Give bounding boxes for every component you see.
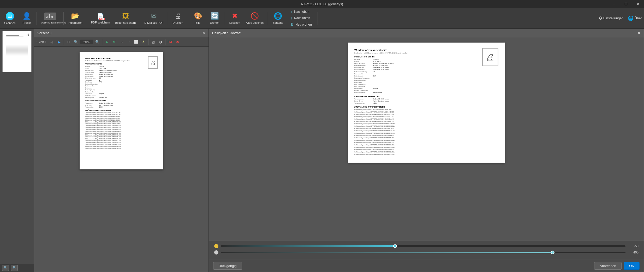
zoom-in-status-button[interactable]: 🔍: [11, 265, 18, 271]
status-bar: 🔍 🔍: [0, 264, 34, 272]
toolbar-deleteall[interactable]: 🚫 Alles Löschen: [244, 9, 266, 27]
dll-line: C:\Windows\system32\spool\DRIVERS\x64\3\…: [85, 123, 158, 125]
preview-content[interactable]: 🖨 Windows-Druckertestseite Der Brother H…: [34, 47, 208, 272]
hk-dll-list: C:\Windows\system32\spool\DRIVERS\x64\3\…: [354, 109, 498, 156]
contrast-slider-row: 400: [214, 250, 639, 255]
rotate-cw-button[interactable]: ↻: [104, 39, 110, 45]
hk-dll-line: C:\Windows\system32\spool\DRIVERS\x64\3\…: [354, 137, 498, 139]
hk-close-button[interactable]: ✕: [637, 31, 641, 36]
field-label: Computername:: [85, 72, 99, 73]
hk-driver-field-row: Treiberversion:1.8.0.0: [354, 102, 498, 104]
pdf-prev-button[interactable]: PDF: [167, 39, 173, 45]
field-label: Driver Type:: [354, 100, 373, 102]
flip-v-button[interactable]: ↕: [126, 39, 132, 45]
field-label: Datenformat:: [354, 75, 373, 77]
zoom-fit-button[interactable]: ⊡: [65, 39, 72, 45]
bw-button[interactable]: ▧: [150, 39, 156, 45]
field-label: Kommentar:: [354, 88, 373, 89]
cancel-button[interactable]: Abbrechen: [594, 262, 622, 270]
toolbar-ocr[interactable]: abc Optische Texterkennung: [39, 9, 61, 27]
ocr-label: Optische Texterkennung: [41, 21, 59, 24]
hk-printer-icon: 🖨: [482, 48, 498, 66]
nach-oben-item[interactable]: ↑ Nach oben: [289, 9, 313, 15]
nach-unten-icon: ↓: [290, 16, 293, 20]
zoom-out-button[interactable]: 🔍: [73, 39, 79, 45]
hk-dll-line: C:\Windows\system32\spool\DRIVERS\x64\3\…: [354, 134, 498, 137]
ok-button[interactable]: OK: [624, 262, 640, 270]
hk-field-row: gerendert:35.39.52: [354, 58, 498, 60]
hk-field-row: Dateiname:: [354, 81, 498, 83]
hk-content: 🖨 Windows-Druckertestseite Der Brother H…: [209, 37, 644, 241]
toolbar-delete[interactable]: ✖ Löschen: [227, 9, 243, 27]
toolbar-scan[interactable]: Scannen: [2, 9, 18, 27]
hk-driver-field-row: Driver Type:Typ 3 - Benutzermodus: [354, 100, 498, 102]
field-value: Brother HL-2130 series: [373, 98, 389, 100]
preview-doc-title: Windows-Druckertestseite: [85, 57, 158, 60]
ocr-icon: abc: [44, 13, 56, 20]
contrast-thumb[interactable]: [551, 251, 554, 254]
toolbar-import[interactable]: 📂 Importieren: [66, 9, 85, 27]
neu-ordnen-item[interactable]: ⇅ Neu ordnen: [289, 21, 313, 27]
zoom-in-button[interactable]: 🔍: [94, 39, 100, 45]
toolbar-profile[interactable]: 👤 Profile: [19, 9, 34, 27]
toolbar-image[interactable]: 🎨 Bild: [190, 9, 206, 27]
settings-icon: ⚙: [599, 16, 602, 21]
field-value: DESKTOP-FRADNM5\Theodor: [373, 63, 395, 64]
toolbar-images-save[interactable]: 🖼 Bilder speichern: [113, 9, 138, 27]
preview-close-button[interactable]: ✕: [202, 31, 205, 36]
brightness-button[interactable]: ☀: [140, 39, 147, 45]
field-value: 1: [99, 79, 100, 81]
dll-line: C:\Windows\system32\spool\DRIVERS\x64\3\…: [85, 145, 158, 147]
deleteall-icon: 🚫: [251, 12, 259, 20]
contrast-value: 400: [628, 251, 639, 254]
field-label: Druckerstandort:: [354, 86, 373, 87]
next-page-button[interactable]: ▶: [56, 39, 62, 45]
preview-header: Vorschau ✕: [34, 29, 208, 37]
toolbar-lang[interactable]: 🌐 Sprache: [270, 9, 286, 27]
thumbnail-item[interactable]: 🖨: [2, 31, 32, 72]
field-label: Treiberversion:: [85, 106, 99, 108]
dll-line: C:\Windows\system32\spool\DRIVERS\x64\3\…: [85, 134, 158, 136]
field-value: DESKTOP-FRADNM5: [373, 65, 388, 66]
dll-line: C:\Windows\system32\spool\DRIVERS\x64\3\…: [85, 132, 158, 134]
import-icon: 📂: [71, 12, 79, 20]
preview-driver-fields: Treibername:Brother HL-2130 seriesDriver…: [85, 102, 158, 108]
field-value: 35.39.52: [373, 58, 379, 60]
window-close-button[interactable]: ✕: [632, 0, 644, 8]
settings-item[interactable]: ⚙ Einstellungen: [599, 16, 624, 21]
brightness-thumb[interactable]: [393, 244, 397, 248]
toolbar-pdf-save[interactable]: 📄 PDF PDF speichern: [89, 9, 112, 27]
hk-dll-line: C:\Windows\system32\spool\DRIVERS\x64\3\…: [354, 139, 498, 141]
field-label: Computername:: [354, 65, 373, 66]
invert-button[interactable]: ◑: [157, 39, 164, 45]
preview-field-row: Ort der Stewardess:: [85, 95, 158, 97]
minimize-button[interactable]: –: [608, 0, 620, 8]
field-label: Druckerstandort:: [85, 91, 99, 93]
hk-field-row: Benutzername:DESKTOP-FRADNM5\Theodor: [354, 63, 498, 64]
field-label: Druckerstandort:: [354, 79, 373, 81]
flip-h-button[interactable]: ↔: [118, 39, 125, 45]
field-label: Druckumgebung:: [85, 89, 99, 91]
zoom-out-status-button[interactable]: 🔍: [2, 265, 9, 271]
toolbar-rotate[interactable]: 🔄 Drehen: [207, 9, 223, 27]
doc-preview-lines: [4, 33, 30, 70]
hk-dll-title: ZUSÄTZLICHE DRUCKERTREIBER: [354, 106, 498, 108]
rotate-ccw-button[interactable]: ↺: [111, 39, 117, 45]
images-save-label: Bilder speichern: [115, 21, 136, 24]
maximize-button[interactable]: □: [620, 0, 632, 8]
preview-driver-title: PRINT DRIVER PROPERTIES: [85, 100, 158, 102]
preview-field-row: Datenformat:RAW: [85, 81, 158, 83]
delete-preview-button[interactable]: ✖: [174, 39, 181, 45]
undo-button[interactable]: Rückgängig: [213, 262, 242, 270]
about-item[interactable]: 🌐 Über: [628, 15, 642, 21]
toolbar-email[interactable]: ✉ E-Mail als PDF: [142, 9, 165, 27]
hk-fields: gerendert:35.39.52Datum:04.07.2024Benutz…: [354, 58, 498, 93]
toolbar-print[interactable]: 🖨 Drucken: [170, 9, 186, 27]
field-label: Druckermodell:: [354, 69, 373, 70]
hk-dll-line: C:\Windows\system32\spool\DRIVERS\x64\3\…: [354, 109, 498, 111]
prev-page-button[interactable]: ◀: [49, 39, 55, 45]
nach-unten-item[interactable]: ↓ Nach unten: [289, 15, 313, 21]
crop-button[interactable]: ⬜: [133, 39, 139, 45]
field-value: winprint: [373, 88, 378, 89]
sep3: [87, 12, 87, 25]
